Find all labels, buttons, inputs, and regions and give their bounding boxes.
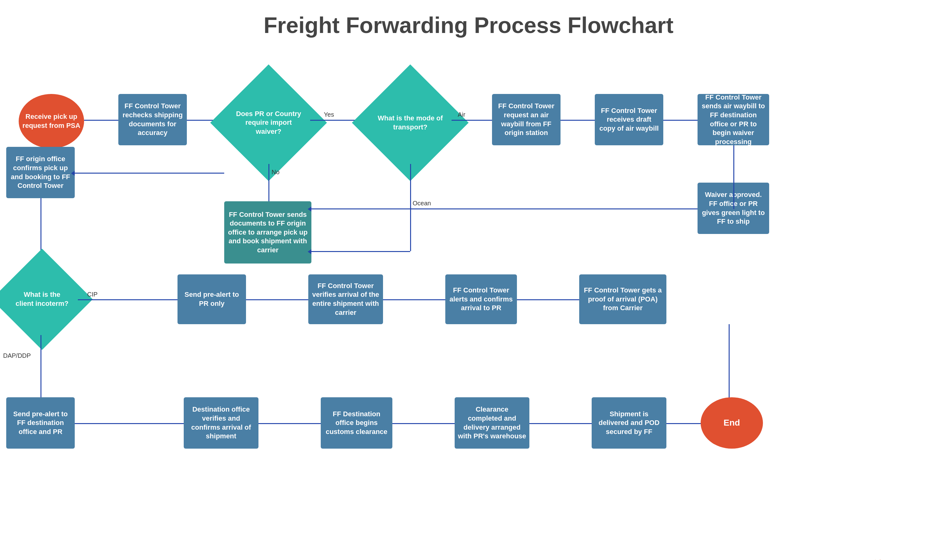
n2-label: FF Control Tower request an air waybill … — [495, 102, 557, 137]
arrow-n14-n15 — [392, 423, 455, 424]
arrow-n13-n14 — [258, 423, 321, 424]
label-cip: CIP — [87, 291, 97, 298]
arrow-n12-n13 — [75, 423, 184, 424]
label-no: No — [272, 169, 279, 176]
label-ocean: Ocean — [412, 200, 431, 207]
arrow-n3-n4 — [663, 120, 698, 121]
n10-node: FF Control Tower alerts and confirms arr… — [445, 274, 517, 324]
n13-label: Destination office verifies and confirms… — [187, 405, 255, 440]
page-title: Freight Forwarding Process Flowchart — [0, 0, 937, 47]
d1-node: Does PR or Country require import waiver… — [210, 65, 327, 181]
n3-node: FF Control Tower receives draft copy of … — [595, 94, 663, 145]
n6-label: FF Control Tower sends documents to FF o… — [227, 210, 308, 255]
d1-label: Does PR or Country require import waiver… — [230, 85, 307, 161]
arrow-d2-n2 — [452, 120, 492, 121]
n11-label: FF Control Tower gets a proof of arrival… — [582, 286, 663, 313]
arrow-start-n1 — [84, 120, 118, 121]
arrow-n5-n6 — [312, 208, 698, 209]
n16-node: Shipment is delivered and POD secured by… — [592, 397, 666, 449]
n8-node: Send pre-alert to PR only — [178, 274, 246, 324]
start-label: Receive pick up request from PSA — [22, 112, 81, 130]
n1-label: FF Control Tower rechecks shipping docum… — [122, 102, 184, 137]
d2-node: What is the mode of transport? — [352, 65, 469, 181]
d2-label: What is the mode of transport? — [372, 85, 448, 161]
n16-label: Shipment is delivered and POD secured by… — [595, 410, 663, 437]
n13-node: Destination office verifies and confirms… — [184, 397, 258, 449]
arrow-n2-n3 — [560, 120, 595, 121]
arrow-n6-n7 — [75, 173, 224, 174]
n4-node: FF Control Tower sends air waybill to FF… — [698, 94, 769, 145]
d3-label: What is the client incoterm? — [9, 267, 75, 332]
n12-label: Send pre-alert to FF destination office … — [9, 410, 72, 437]
n4-label: FF Control Tower sends air waybill to FF… — [701, 93, 766, 146]
n9-node: FF Control Tower verifies arrival of the… — [308, 274, 383, 324]
n2-node: FF Control Tower request an air waybill … — [492, 94, 560, 145]
n15-label: Clearance completed and delivery arrange… — [458, 405, 526, 440]
arrow-d1-n6 — [269, 164, 269, 201]
n6-node: FF Control Tower sends documents to FF o… — [224, 201, 312, 263]
end-node: End — [701, 397, 763, 449]
n14-node: FF Destination office begins customs cle… — [321, 397, 392, 449]
arrow-n8-n9 — [246, 299, 308, 300]
start-node: Receive pick up request from PSA — [19, 94, 84, 148]
label-yes: Yes — [324, 111, 334, 118]
n7-node: FF origin office confirms pick up and bo… — [6, 147, 75, 198]
n9-label: FF Control Tower verifies arrival of the… — [312, 282, 380, 317]
arrow-d3-n12 — [40, 335, 42, 397]
n14-label: FF Destination office begins customs cle… — [324, 410, 389, 437]
arrow-n15-n16 — [529, 423, 592, 424]
n10-label: FF Control Tower alerts and confirms arr… — [448, 286, 514, 313]
end-label: End — [724, 417, 740, 428]
arrow-d2-ocean-v — [410, 164, 411, 251]
label-dap-ddp: DAP/DDP — [3, 352, 31, 359]
arrow-d3-n8 — [78, 299, 178, 300]
n7-label: FF origin office confirms pick up and bo… — [9, 155, 72, 190]
n12-node: Send pre-alert to FF destination office … — [6, 397, 75, 449]
arrow-n9-n10 — [383, 299, 445, 300]
arrow-n4-n5 — [733, 145, 734, 183]
n1-node: FF Control Tower rechecks shipping docum… — [118, 94, 187, 145]
n11-node: FF Control Tower gets a proof of arrival… — [579, 274, 666, 324]
arrow-n5-h — [733, 183, 734, 209]
n15-node: Clearance completed and delivery arrange… — [455, 397, 529, 449]
n3-label: FF Control Tower receives draft copy of … — [598, 106, 660, 133]
flowchart: Receive pick up request from PSA FF Cont… — [0, 47, 937, 560]
arrow-ocean-n6 — [312, 251, 410, 252]
n8-label: Send pre-alert to PR only — [181, 290, 243, 308]
arrow-n10-n11 — [517, 299, 579, 300]
label-air: Air — [458, 111, 465, 118]
creately-logo: creately — [863, 559, 884, 560]
